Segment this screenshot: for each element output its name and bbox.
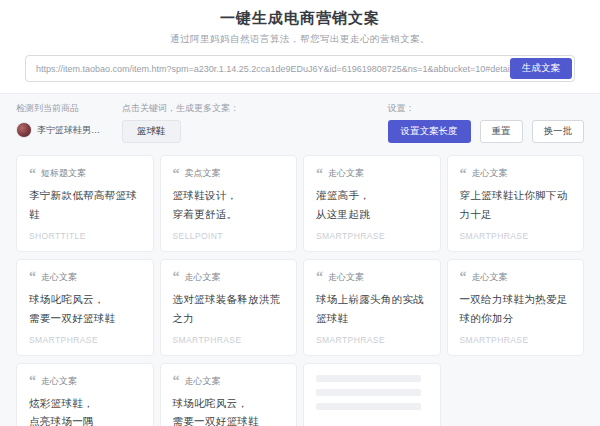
- copy-card[interactable]: “ 走心文案 一双给力球鞋为热爱足球的你加分 SMARTPHRASE: [447, 259, 585, 356]
- page-subtitle: 通过阿里妈妈自然语言算法，帮您写出更走心的营销文案。: [0, 33, 600, 46]
- generate-copy-button[interactable]: 生成文案: [510, 58, 572, 79]
- quote-icon: “: [29, 377, 36, 385]
- card-content: 篮球鞋设计， 穿着更舒适。: [173, 186, 285, 224]
- card-content: 炫彩篮球鞋， 点亮球场一隅: [29, 394, 141, 426]
- set-copy-length-button[interactable]: 设置文案长度: [388, 120, 471, 143]
- card-content: 灌篮高手， 从这里起跳: [316, 186, 428, 224]
- quote-icon: “: [29, 273, 36, 281]
- card-content: 一双给力球鞋为热爱足球的你加分: [460, 290, 572, 328]
- copy-card[interactable]: “ 卖点文案 篮球鞋设计， 穿着更舒适。 SELLPOINT: [160, 155, 298, 252]
- quote-icon: “: [173, 170, 180, 178]
- settings-buttons: 设置文案长度 重置 换一批: [388, 120, 585, 143]
- card-tag: 走心文案: [472, 271, 508, 284]
- page-title: 一键生成电商营销文案: [0, 9, 600, 28]
- product-url-input[interactable]: [36, 64, 510, 74]
- card-content: 李宁新款低帮高帮篮球鞋: [29, 186, 141, 224]
- copy-card[interactable]: “ 走心文案 炫彩篮球鞋， 点亮球场一隅 SMARTPHRASE: [16, 363, 154, 426]
- copy-card[interactable]: “ 走心文案 选对篮球装备释放洪荒之力 SMARTPHRASE: [160, 259, 298, 356]
- card-type-label: SMARTPHRASE: [316, 231, 428, 241]
- quote-icon: “: [173, 273, 180, 281]
- copy-card[interactable]: “ 走心文案 球场叱咤风云， 需要一双好篮球鞋 SMARTPHRASE: [16, 259, 154, 356]
- quote-icon: “: [173, 377, 180, 385]
- card-type-label: SELLPOINT: [173, 231, 285, 241]
- card-tag: 走心文案: [328, 167, 364, 180]
- card-type-label: SMARTPHRASE: [460, 335, 572, 345]
- product-avatar-image: [16, 122, 32, 138]
- copy-card[interactable]: “ 走心文案 穿上篮球鞋让你脚下动力十足 SMARTPHRASE: [447, 155, 585, 252]
- keyword-tag-basketball-shoes[interactable]: 篮球鞋: [122, 120, 181, 143]
- product-name: 李宁篮球鞋男鞋...: [37, 124, 104, 137]
- refresh-batch-button[interactable]: 换一批: [532, 120, 585, 143]
- detected-product-group: 检测到当前商品 李宁篮球鞋男鞋...: [16, 102, 104, 138]
- settings-group: 设置： 设置文案长度 重置 换一批: [388, 102, 585, 143]
- url-row: 生成文案: [25, 55, 575, 82]
- card-tag: 走心文案: [472, 167, 508, 180]
- toolbar: 检测到当前商品 李宁篮球鞋男鞋... 点击关键词，生成更多文案： 篮球鞋 设置：…: [16, 102, 584, 143]
- skeleton-line: [316, 403, 421, 410]
- card-content: 球场叱咤风云， 需要一双好篮球鞋: [29, 290, 141, 328]
- skeleton-line: [316, 389, 421, 396]
- quote-icon: “: [460, 273, 467, 281]
- card-type-label: SMARTPHRASE: [29, 335, 141, 345]
- skeleton-line: [316, 375, 421, 382]
- card-content: 球场叱咤风云， 需要一双好篮球鞋: [173, 394, 285, 426]
- card-tag: 走心文案: [328, 271, 364, 284]
- card-type-label: SMARTPHRASE: [316, 335, 428, 345]
- settings-label: 设置：: [388, 102, 415, 116]
- card-tag: 走心文案: [185, 375, 221, 388]
- card-content: 穿上篮球鞋让你脚下动力十足: [460, 186, 572, 224]
- quote-icon: “: [316, 273, 323, 281]
- card-type-label: SHORTTITLE: [29, 231, 141, 241]
- detected-product-label: 检测到当前商品: [16, 102, 104, 116]
- quote-icon: “: [316, 170, 323, 178]
- card-tag: 短标题文案: [41, 167, 86, 180]
- copy-card[interactable]: “ 走心文案 球场上崭露头角的实战篮球鞋 SMARTPHRASE: [303, 259, 441, 356]
- copy-cards-grid: “ 短标题文案 李宁新款低帮高帮篮球鞋 SHORTTITLE “ 卖点文案 篮球…: [16, 155, 584, 426]
- card-tag: 卖点文案: [185, 167, 221, 180]
- page-header: 一键生成电商营销文案 通过阿里妈妈自然语言算法，帮您写出更走心的营销文案。: [0, 0, 600, 46]
- copy-card[interactable]: “ 走心文案 灌篮高手， 从这里起跳 SMARTPHRASE: [303, 155, 441, 252]
- quote-icon: “: [29, 170, 36, 178]
- copy-card[interactable]: “ 短标题文案 李宁新款低帮高帮篮球鞋 SHORTTITLE: [16, 155, 154, 252]
- keyword-group: 点击关键词，生成更多文案： 篮球鞋: [122, 102, 239, 143]
- reset-button[interactable]: 重置: [480, 120, 523, 143]
- quote-icon: “: [460, 170, 467, 178]
- placeholder-card: 生成推荐理由: [303, 363, 441, 426]
- product-chip[interactable]: 李宁篮球鞋男鞋...: [16, 122, 104, 138]
- results-section: 检测到当前商品 李宁篮球鞋男鞋... 点击关键词，生成更多文案： 篮球鞋 设置：…: [0, 93, 600, 426]
- url-bar: 生成文案: [25, 55, 575, 82]
- card-content: 选对篮球装备释放洪荒之力: [173, 290, 285, 328]
- card-type-label: SMARTPHRASE: [460, 231, 572, 241]
- card-tag: 走心文案: [41, 271, 77, 284]
- card-type-label: SMARTPHRASE: [173, 335, 285, 345]
- card-tag: 走心文案: [185, 271, 221, 284]
- keyword-hint-label: 点击关键词，生成更多文案：: [122, 102, 239, 116]
- card-content: 球场上崭露头角的实战篮球鞋: [316, 290, 428, 328]
- copy-card[interactable]: “ 走心文案 球场叱咤风云， 需要一双好篮球鞋 SMARTPHRASE: [160, 363, 298, 426]
- card-tag: 走心文案: [41, 375, 77, 388]
